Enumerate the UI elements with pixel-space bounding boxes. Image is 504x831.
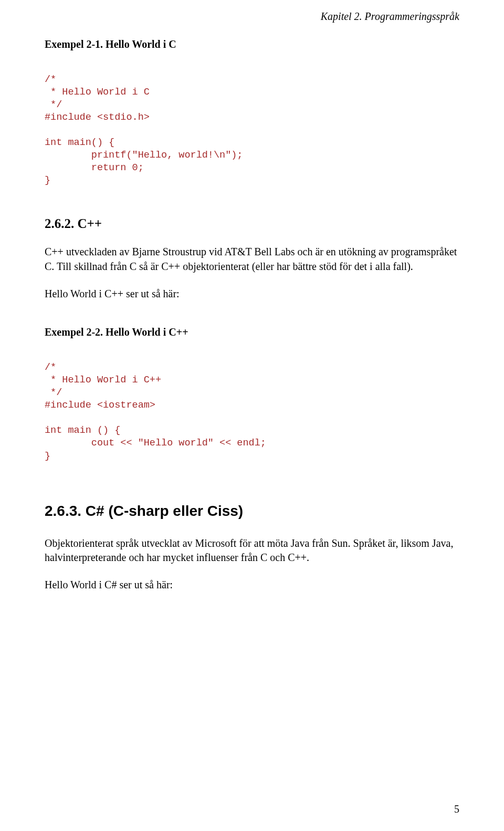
code-block-cpp: /* * Hello World i C++ */ #include <iost… bbox=[45, 361, 459, 462]
paragraph-cpp-1: C++ utveckladen av Bjarne Stroustrup vid… bbox=[45, 245, 459, 274]
paragraph-cpp-2: Hello World i C++ ser ut så här: bbox=[45, 287, 459, 302]
page-number: 5 bbox=[454, 803, 459, 815]
code-block-c: /* * Hello World i C */ #include <stdio.… bbox=[45, 74, 459, 187]
section-heading-cpp: 2.6.2. C++ bbox=[45, 216, 459, 231]
page-content: Kapitel 2. Programmeringsspråk Exempel 2… bbox=[0, 0, 504, 626]
example-title-1: Exempel 2-1. Hello World i C bbox=[45, 38, 459, 50]
paragraph-csharp-1: Objektorienterat språk utvecklat av Micr… bbox=[45, 536, 459, 565]
chapter-header: Kapitel 2. Programmeringsspråk bbox=[45, 11, 459, 23]
section-heading-csharp: 2.6.3. C# (C-sharp eller Ciss) bbox=[45, 503, 459, 520]
example-title-2: Exempel 2-2. Hello World i C++ bbox=[45, 326, 459, 338]
paragraph-csharp-2: Hello World i C# ser ut så här: bbox=[45, 578, 459, 593]
